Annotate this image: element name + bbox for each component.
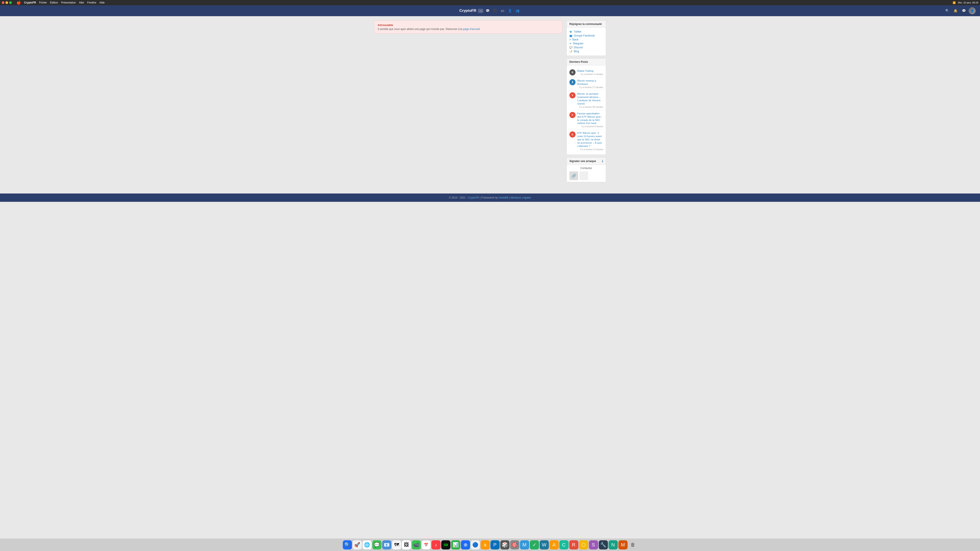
sidebar: Rejoignez la communauté 🐦 Twitter 👥 Grou… [566, 21, 606, 185]
brand-icon: ↔ [478, 9, 484, 13]
post-link-3[interactable]: Fausse approbation des ETF Bitcoin spot … [577, 112, 603, 125]
report-image-2 [579, 171, 588, 180]
telegram-icon: ✈ [570, 42, 571, 45]
post-content-4: ETF Bitcoin spot : il reste 24 heures av… [577, 132, 603, 151]
slack-link[interactable]: # Slack [570, 38, 603, 41]
fullscreen-button[interactable] [9, 1, 12, 4]
footer-framework-text: | Framework by [480, 196, 499, 199]
menu-edition[interactable]: Édition [50, 1, 58, 4]
post-avatar-1: ₿ [570, 79, 576, 85]
nav-avatar[interactable]: 👤 [969, 7, 975, 14]
error-box: Introuvable Il semble que vous ayez atte… [374, 21, 562, 33]
nav-circle-icon[interactable]: ⚫ [492, 8, 498, 14]
footer-nodebb-link[interactable]: NodeBB [498, 196, 508, 199]
avatar-image: 👤 [969, 7, 975, 14]
post-avatar-2: V [570, 92, 576, 98]
post-item-1: ₿ Bitcoin meetup à Bordeaux Il y a envir… [570, 78, 603, 91]
facebook-link[interactable]: 👥 Groupe Facebook [570, 34, 603, 38]
menubar-clock: Mer. 10 janv. 08:28 [958, 1, 978, 4]
nav-tag-icon[interactable]: 🏷 [499, 8, 506, 14]
menu-fenetre[interactable]: Fenêtre [87, 1, 96, 4]
close-button[interactable] [2, 1, 5, 4]
post-content-1: Bitcoin meetup à Bordeaux Il y a environ… [577, 79, 603, 89]
brand-name[interactable]: CryptoFR [460, 8, 476, 13]
menubar-left: 🍎 CryptoFR Fichier Édition Présentation … [17, 1, 105, 5]
footer-copyright: © 2014 - 2021 - [449, 196, 468, 199]
post-content-0: Blabla Trading Il y a environ 2 minutes [577, 69, 603, 75]
main-container: Introuvable Il semble que vous ayez atte… [370, 21, 610, 185]
menu-aller[interactable]: Aller [79, 1, 84, 4]
blog-link[interactable]: 📝 Blog [570, 49, 603, 53]
apple-menu[interactable]: 🍎 [17, 1, 21, 5]
report-title: Signaler une arnaque [570, 160, 596, 163]
twitter-icon: 🐦 [570, 30, 573, 33]
menubar-right: 📶 Mer. 10 janv. 08:28 [953, 1, 978, 4]
post-item-2: V Bitcoin, la semaine (vraiment) décisiv… [570, 91, 603, 110]
posts-list: B Blabla Trading Il y a environ 2 minute… [567, 65, 606, 155]
nav-user-icon[interactable]: 👤 [507, 8, 513, 14]
error-text: Il semble que vous ayez atteint une page… [378, 27, 463, 30]
community-links: 🐦 Twitter 👥 Groupe Facebook # Slack ✈ Te… [567, 27, 606, 56]
post-time-4: Il y a environ 11 heures [577, 148, 603, 151]
site-navbar: CryptoFR ↔ 💬 ⚫ 🏷 👤 👥 🔍 🔔 💬 👤 [0, 5, 980, 16]
nav-users-icon[interactable]: 👥 [514, 8, 520, 14]
nav-center: CryptoFR ↔ 💬 ⚫ 🏷 👤 👥 [460, 8, 520, 14]
community-header: Rejoignez la communauté [567, 21, 606, 27]
telegram-link[interactable]: ✈ Telegram [570, 41, 603, 46]
site-footer: © 2014 - 2021 - CryptoFR | Framework by … [0, 194, 980, 202]
post-link-4[interactable]: ETF Bitcoin spot : il reste 24 heures av… [577, 132, 603, 148]
menubar-wifi-icon: 📶 [953, 1, 956, 4]
facebook-icon: 👥 [570, 34, 573, 37]
posts-header: Derniers Posts [567, 59, 606, 65]
post-time-2: Il y a environ 28 minutes [577, 106, 603, 108]
report-header: Signaler une arnaque ℹ [567, 158, 606, 165]
slack-icon: # [570, 38, 571, 41]
footer-brand-link[interactable]: CryptoFR [468, 196, 479, 199]
post-time-1: Il y a environ 27 minutes [577, 86, 603, 89]
nav-bell-icon[interactable]: 🔔 [952, 7, 959, 14]
community-card: Rejoignez la communauté 🐦 Twitter 👥 Grou… [566, 21, 606, 56]
nav-chat-icon[interactable]: 💬 [484, 8, 491, 14]
footer-mentions-link[interactable]: Mentions Légales [511, 196, 531, 199]
menu-aide[interactable]: Aide [99, 1, 105, 4]
discord-icon: 💬 [570, 46, 573, 49]
post-time-3: Il y a environ 8 heures [577, 125, 603, 128]
post-avatar-3: F [570, 112, 576, 118]
homepage-link[interactable]: page d'accueil [463, 27, 480, 30]
post-item-4: E ETF Bitcoin spot : il reste 24 heures … [570, 130, 603, 152]
post-link-0[interactable]: Blabla Trading [577, 69, 603, 73]
minimize-button[interactable] [5, 1, 8, 4]
report-contact: Contactez [570, 167, 603, 170]
post-avatar-4: E [570, 132, 576, 138]
menu-fichier[interactable]: Fichier [39, 1, 47, 4]
posts-card: Derniers Posts B Blabla Trading Il y a e… [566, 59, 606, 155]
nav-message-icon[interactable]: 💬 [960, 7, 967, 14]
post-content-2: Bitcoin, la semaine (vraiment) décisive … [577, 92, 603, 108]
report-card: Signaler une arnaque ℹ Contactez 🔗 [566, 157, 606, 182]
post-content-3: Fausse approbation des ETF Bitcoin spot … [577, 112, 603, 128]
report-info-icon[interactable]: ℹ [602, 159, 603, 163]
report-body: Contactez 🔗 [567, 165, 606, 182]
blog-icon: 📝 [570, 50, 573, 53]
post-link-2[interactable]: Bitcoin, la semaine (vraiment) décisive … [577, 92, 603, 105]
nav-search-icon[interactable]: 🔍 [944, 7, 951, 14]
post-item-3: F Fausse approbation des ETF Bitcoin spo… [570, 110, 603, 130]
discord-link[interactable]: 💬 Discord [570, 46, 603, 49]
menu-bar: 🍎 CryptoFR Fichier Édition Présentation … [0, 0, 980, 5]
menu-presentation[interactable]: Présentation [61, 1, 76, 4]
nav-right-icons: 🔍 🔔 💬 👤 [944, 7, 975, 14]
report-image-1: 🔗 [570, 171, 578, 180]
post-avatar-0: B [570, 69, 576, 75]
error-title: Introuvable [378, 24, 558, 27]
post-time-0: Il y a environ 2 minutes [577, 73, 603, 75]
twitter-link[interactable]: 🐦 Twitter [570, 30, 603, 34]
content-area: Introuvable Il semble que vous ayez atte… [374, 21, 562, 185]
error-message: Il semble que vous ayez atteint une page… [378, 27, 558, 30]
post-item-0: B Blabla Trading Il y a environ 2 minute… [570, 68, 603, 78]
app-name[interactable]: CryptoFR [24, 1, 36, 4]
report-images: 🔗 [570, 171, 603, 180]
post-link-1[interactable]: Bitcoin meetup à Bordeaux [577, 79, 603, 86]
traffic-lights [2, 1, 12, 4]
